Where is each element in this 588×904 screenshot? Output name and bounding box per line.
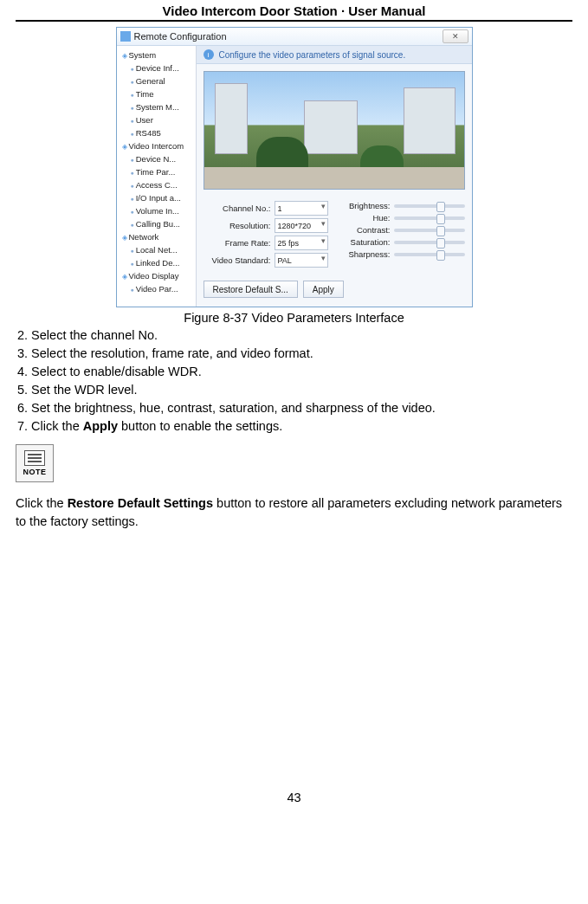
param-label: Frame Rate: <box>204 238 275 248</box>
tree-root[interactable]: System <box>120 49 194 62</box>
info-icon: i <box>204 49 214 60</box>
tree-root[interactable]: Network <box>120 231 194 244</box>
param-combo[interactable]: 25 fps <box>275 236 328 250</box>
right-pane: i Configure the video parameters of sign… <box>197 46 472 307</box>
apply-button[interactable]: Apply <box>303 281 344 298</box>
tree-root[interactable]: Video Display <box>120 270 194 283</box>
slider-row: Hue: <box>340 213 465 223</box>
param-label: Resolution: <box>204 221 275 230</box>
tree-root[interactable]: Video Intercom <box>120 140 194 153</box>
slider-label: Contrast: <box>340 225 394 235</box>
tree-leaf[interactable]: I/O Input a... <box>120 192 194 205</box>
window-titlebar: Remote Configuration ✕ <box>117 28 472 46</box>
hint-bar: i Configure the video parameters of sign… <box>197 46 472 64</box>
param-label: Video Standard: <box>204 255 275 265</box>
tree-leaf[interactable]: Access C... <box>120 179 194 192</box>
slider-label: Sharpness: <box>340 249 394 259</box>
param-row: Channel No.:1 <box>204 201 328 216</box>
tree-leaf[interactable]: Device N... <box>120 153 194 166</box>
note-icon <box>24 450 45 466</box>
step-line: 5. Set the WDR level. <box>17 381 571 399</box>
step-line: 4. Select to enable/disable WDR. <box>17 363 571 381</box>
param-combo[interactable]: PAL <box>275 253 328 268</box>
slider-row: Brightness: <box>340 201 465 210</box>
slider-label: Brightness: <box>340 201 394 210</box>
config-tree[interactable]: SystemDevice Inf...GeneralTimeSystem M..… <box>117 46 197 307</box>
page-header: Video Intercom Door Station · User Manua… <box>16 0 572 22</box>
param-row: Frame Rate:25 fps <box>204 236 328 250</box>
video-preview <box>204 71 465 190</box>
param-label: Channel No.: <box>204 203 275 213</box>
slider-row: Contrast: <box>340 225 465 235</box>
param-combo[interactable]: 1280*720 <box>275 218 328 233</box>
hint-text: Configure the video parameters of signal… <box>219 50 406 60</box>
step-line: 3. Select the resolution, frame rate, an… <box>17 345 571 363</box>
note-text: Click the Restore Default Settings butto… <box>16 494 572 531</box>
tree-leaf[interactable]: RS485 <box>120 127 194 140</box>
slider[interactable] <box>394 204 465 208</box>
slider[interactable] <box>394 253 465 256</box>
embedded-screenshot: Remote Configuration ✕ SystemDevice Inf.… <box>116 27 473 307</box>
slider[interactable] <box>394 216 465 220</box>
tree-leaf[interactable]: Device Inf... <box>120 62 194 75</box>
tree-leaf[interactable]: Time Par... <box>120 166 194 179</box>
window-title: Remote Configuration <box>134 31 227 42</box>
tree-leaf[interactable]: User <box>120 114 194 127</box>
tree-leaf[interactable]: Video Par... <box>120 283 194 296</box>
slider[interactable] <box>394 229 465 232</box>
note-label: NOTE <box>23 468 46 476</box>
tree-leaf[interactable]: Calling Bu... <box>120 218 194 231</box>
step-list: 2. Select the channel No.3. Select the r… <box>16 326 572 436</box>
tree-leaf[interactable]: Local Net... <box>120 244 194 257</box>
slider-label: Saturation: <box>340 237 394 247</box>
close-icon: ✕ <box>452 32 459 41</box>
tree-leaf[interactable]: System M... <box>120 101 194 114</box>
tree-leaf[interactable]: Linked De... <box>120 257 194 270</box>
page-number: 43 <box>16 791 572 804</box>
step-line: 7. Click the Apply button to enable the … <box>17 417 571 436</box>
slider-row: Sharpness: <box>340 249 465 259</box>
tree-leaf[interactable]: General <box>120 75 194 88</box>
figure-caption: Figure 8-37 Video Parameters Interface <box>16 311 572 325</box>
app-icon <box>120 31 131 42</box>
slider[interactable] <box>394 241 465 244</box>
slider-row: Saturation: <box>340 237 465 247</box>
param-combo[interactable]: 1 <box>275 201 328 216</box>
slider-label: Hue: <box>340 213 394 223</box>
tree-leaf[interactable]: Time <box>120 88 194 101</box>
step-line: 2. Select the channel No. <box>17 326 571 345</box>
note-icon-box: NOTE <box>16 444 54 482</box>
close-button[interactable]: ✕ <box>443 29 468 43</box>
param-row: Video Standard:PAL <box>204 253 328 268</box>
restore-default-button[interactable]: Restore Default S... <box>204 281 298 298</box>
tree-leaf[interactable]: Volume In... <box>120 205 194 218</box>
step-line: 6. Set the brightness, hue, contrast, sa… <box>17 399 571 417</box>
param-row: Resolution:1280*720 <box>204 218 328 233</box>
